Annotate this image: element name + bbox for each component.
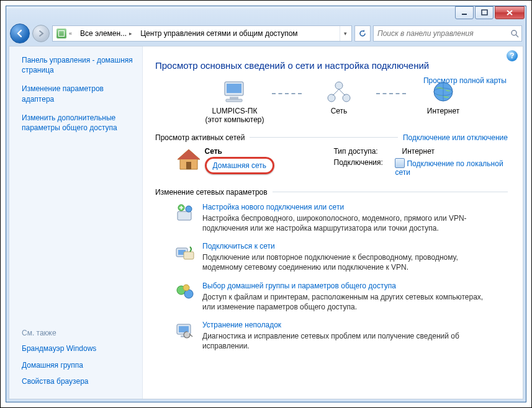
opt-troubleshoot-desc: Диагностика и исправление сетевых пробле… <box>202 331 494 351</box>
see-also-browser-props[interactable]: Свойства браузера <box>22 376 135 386</box>
view-full-map-link[interactable]: Просмотр полной карты <box>423 76 507 85</box>
node-network-label: Сеть <box>331 107 348 115</box>
breadcrumb-parent[interactable]: Все элемен...▸ <box>76 26 137 41</box>
nav-forward-button[interactable] <box>32 25 50 42</box>
opt-new-connection-desc: Настройка беспроводного, широкополосного… <box>202 213 494 233</box>
opt-connect-network-desc: Подключение или повторное подключение к … <box>202 252 494 272</box>
maximize-button[interactable] <box>475 6 494 19</box>
svg-line-13 <box>333 89 339 95</box>
refresh-button[interactable] <box>354 25 371 42</box>
search-icon <box>510 29 519 38</box>
control-panel-icon <box>56 29 66 38</box>
svg-rect-8 <box>230 97 238 99</box>
home-network-icon <box>175 147 200 172</box>
svg-point-21 <box>186 206 192 212</box>
svg-point-10 <box>335 82 343 89</box>
node-this-pc: LUMPICS-ПК(этот компьютер) <box>197 79 272 125</box>
access-type-label: Тип доступа: <box>334 147 402 156</box>
active-networks-header: Просмотр активных сетей <box>155 133 245 142</box>
troubleshoot-icon <box>175 321 195 340</box>
network-type-link[interactable]: Домашняя сеть <box>213 161 266 170</box>
svg-rect-18 <box>186 162 191 169</box>
svg-point-12 <box>343 94 350 102</box>
svg-rect-9 <box>226 99 242 102</box>
svg-rect-19 <box>178 211 191 220</box>
map-link-2 <box>376 93 406 94</box>
svg-rect-7 <box>227 84 241 93</box>
nav-back-button[interactable] <box>10 24 30 43</box>
sidebar: Панель управления - домашняя страница Из… <box>9 47 143 399</box>
sidebar-sharing-settings[interactable]: Изменить дополнительные параметры общего… <box>22 113 135 133</box>
svg-rect-1 <box>482 10 487 15</box>
help-button[interactable]: ? <box>507 50 518 61</box>
change-settings-header: Изменение сетевых параметров <box>155 188 268 197</box>
svg-point-4 <box>512 30 516 35</box>
opt-connect-network[interactable]: Подключиться к сети <box>202 242 494 251</box>
svg-point-11 <box>328 94 335 102</box>
page-title: Просмотр основных сведений о сети и наст… <box>155 60 508 71</box>
svg-rect-24 <box>184 252 194 259</box>
node-pc-name: LUMPICS-ПК <box>205 107 264 115</box>
window-titlebar <box>6 6 526 24</box>
breadcrumb-chevrons[interactable]: « <box>53 26 76 41</box>
svg-line-5 <box>516 35 518 37</box>
sidebar-adapter-settings[interactable]: Изменение параметров адаптера <box>22 84 135 104</box>
highlight-ring: Домашняя сеть <box>205 157 274 174</box>
breadcrumb-dropdown[interactable]: ▾ <box>340 26 351 41</box>
connect-disconnect-link[interactable]: Подключение или отключение <box>403 133 508 142</box>
homegroup-icon <box>175 282 195 301</box>
connect-network-icon <box>175 242 195 262</box>
network-map: LUMPICS-ПК(этот компьютер) Сеть Интернет <box>170 79 508 125</box>
main-content: ? Просмотр основных сведений о сети и на… <box>143 47 523 399</box>
address-bar: « Все элемен...▸ Центр управления сетями… <box>6 24 526 43</box>
opt-homegroup-desc: Доступ к файлам и принтерам, расположенн… <box>202 292 494 312</box>
see-also-header: См. также <box>22 329 135 337</box>
svg-point-27 <box>183 285 189 291</box>
svg-line-14 <box>339 89 345 95</box>
network-hub-icon <box>325 79 353 104</box>
node-internet-label: Интернет <box>427 107 459 115</box>
access-type-value: Интернет <box>402 147 435 156</box>
computer-icon <box>221 79 248 104</box>
opt-homegroup[interactable]: Выбор домашней группы и параметров общег… <box>202 282 494 290</box>
minimize-button[interactable] <box>455 6 474 19</box>
network-name: Сеть <box>205 147 310 156</box>
map-link-1 <box>272 93 302 94</box>
opt-new-connection[interactable]: Настройка нового подключения или сети <box>202 203 494 211</box>
connections-label: Подключения: <box>334 158 395 177</box>
breadcrumb-current[interactable]: Центр управления сетями и общим доступом <box>137 26 302 41</box>
lan-icon <box>395 158 405 168</box>
opt-troubleshoot[interactable]: Устранение неполадок <box>202 321 494 329</box>
node-network: Сеть <box>302 79 376 115</box>
node-pc-note: (этот компьютер) <box>205 115 264 124</box>
see-also-homegroup[interactable]: Домашняя группа <box>22 360 135 370</box>
see-also-firewall[interactable]: Брандмауэр Windows <box>22 344 135 353</box>
breadcrumb-bar[interactable]: « Все элемен...▸ Центр управления сетями… <box>52 25 352 42</box>
new-connection-icon <box>175 203 195 223</box>
connections-link[interactable]: Подключение по локальной сети <box>395 159 503 177</box>
close-button[interactable] <box>495 6 525 19</box>
search-input[interactable] <box>376 29 508 38</box>
sidebar-home[interactable]: Панель управления - домашняя страница <box>22 55 135 75</box>
search-box[interactable] <box>373 25 522 42</box>
